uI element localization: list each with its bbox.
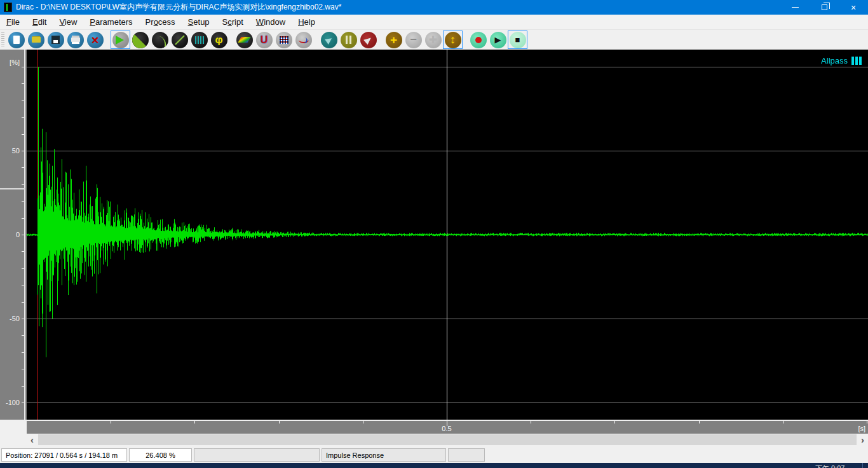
waveform-plot[interactable] — [27, 50, 868, 420]
status-panel-4 — [448, 448, 485, 462]
cursor-tool-icon — [321, 32, 337, 48]
menu-help[interactable]: Help — [292, 15, 322, 29]
toolbar-pan-button[interactable] — [423, 31, 443, 49]
y-axis-tick — [22, 403, 24, 403]
toolbar-play-button[interactable] — [488, 31, 508, 49]
toolbar-decay-wedge-button[interactable] — [130, 31, 150, 49]
y-axis-tick — [22, 100, 24, 101]
toolbar-magnet-button[interactable] — [254, 31, 274, 49]
menu-window[interactable]: Window — [250, 15, 292, 29]
toolbar-cursor-tool-button[interactable] — [319, 31, 339, 49]
scroll-right-arrow[interactable]: › — [857, 434, 868, 445]
toolbar-zoom-out-button[interactable] — [403, 31, 423, 49]
toolbar-waterfall-button[interactable] — [234, 31, 254, 49]
toolbar-close-button[interactable] — [85, 31, 105, 49]
x-axis-tick — [111, 421, 111, 423]
y-axis-tick — [22, 167, 24, 168]
close-button[interactable]: × — [839, 0, 868, 15]
window-controls: × — [780, 0, 868, 15]
toolbar-print-button[interactable] — [65, 31, 85, 49]
y-axis-tick — [22, 335, 24, 336]
etc-curve-icon — [152, 32, 168, 48]
status-panel-3: Impulse Response — [322, 448, 446, 462]
y-axis-tick — [22, 352, 24, 353]
toolbar-save-button[interactable] — [46, 31, 65, 49]
spectrum-icon — [191, 32, 208, 48]
x-axis-tick — [699, 421, 700, 423]
y-axis-tick — [22, 285, 24, 286]
y-axis-label-0: 0 — [16, 231, 20, 238]
menu-setup[interactable]: Setup — [182, 15, 216, 29]
toolbar-table-button[interactable] — [274, 31, 294, 49]
x-axis-tick — [867, 421, 867, 423]
toolbar-new-button[interactable] — [6, 31, 26, 49]
scroll-left-arrow[interactable]: ‹ — [27, 434, 37, 445]
close-icon — [87, 32, 104, 48]
y-axis-splitter[interactable] — [0, 188, 25, 189]
menu-view[interactable]: View — [53, 15, 83, 29]
zoom-vert-icon — [445, 32, 461, 48]
taskbar-clock[interactable]: 下午 0:07 — [815, 464, 844, 468]
toolbar-grip[interactable] — [1, 32, 4, 48]
window-tool-icon — [341, 32, 357, 48]
menu-script[interactable]: Script — [216, 15, 250, 29]
toolbar-schroeder-button[interactable] — [170, 31, 189, 49]
decay-wedge-icon — [132, 32, 149, 48]
y-axis-tick — [22, 268, 24, 269]
y-axis-tick — [22, 235, 24, 235]
y-axis-tick — [22, 151, 24, 151]
print-icon — [67, 32, 84, 48]
magnet-icon — [256, 32, 273, 48]
taskbar-sliver: 下午 0:07 — [0, 463, 868, 468]
y-axis-label--100: -100 — [6, 399, 20, 406]
menu-parameters[interactable]: Parameters — [83, 15, 139, 29]
toolbar-freq-button[interactable] — [294, 31, 313, 49]
x-axis-tick — [783, 421, 783, 423]
y-axis-tick — [22, 201, 24, 202]
allpass-indicator[interactable]: Allpass — [821, 56, 862, 65]
y-axis-label--50: -50 — [10, 315, 20, 322]
y-axis-unit: [%] — [10, 59, 20, 66]
y-axis-tick — [22, 134, 24, 135]
minimize-button[interactable] — [780, 0, 810, 15]
open-icon — [28, 32, 44, 48]
toolbar-open-button[interactable] — [26, 31, 46, 49]
freq-icon — [295, 32, 312, 48]
restore-button[interactable] — [810, 0, 839, 15]
time-axis: 0.5 [s] — [0, 420, 868, 434]
menu-edit[interactable]: Edit — [26, 15, 53, 29]
menu-file[interactable]: File — [0, 15, 26, 29]
allpass-label: Allpass — [821, 56, 848, 65]
toolbar-phase-button[interactable] — [209, 31, 229, 49]
toolbar-zoom-in-button[interactable] — [384, 31, 403, 49]
menu-bar: FileEditViewParametersProcessSetupScript… — [0, 15, 868, 30]
toolbar-record-button[interactable] — [468, 31, 488, 49]
y-axis-label-50: 50 — [12, 147, 20, 155]
table-icon — [276, 32, 292, 48]
x-axis-tick — [531, 421, 531, 423]
record-icon — [470, 32, 487, 48]
taskbar-separator — [862, 463, 863, 468]
toolbar-stop-button[interactable] — [508, 31, 527, 49]
y-axis-tick — [22, 83, 24, 84]
toolbar-marker-tool-button[interactable] — [358, 31, 378, 49]
status-panel-2 — [194, 448, 320, 462]
menu-process[interactable]: Process — [139, 15, 182, 29]
y-axis: [%] 500-50-100 — [0, 50, 25, 420]
toolbar-zoom-vert-button[interactable] — [443, 31, 463, 49]
y-axis-tick — [22, 184, 24, 185]
plot-region: [%] 500-50-100 Allpass — [0, 50, 868, 420]
waterfall-icon — [236, 32, 253, 48]
toolbar-spectrum-button[interactable] — [189, 31, 209, 49]
restore-icon — [822, 4, 827, 10]
filter-bars-icon — [851, 57, 862, 65]
impulse-icon — [112, 32, 129, 48]
toolbar-etc-curve-button[interactable] — [150, 31, 170, 49]
toolbar-window-tool-button[interactable] — [339, 31, 358, 49]
scrollbar-track[interactable] — [38, 434, 857, 445]
y-axis-tick — [22, 302, 24, 303]
toolbar-impulse-button[interactable] — [111, 31, 130, 49]
x-axis-tick — [447, 421, 447, 426]
new-icon — [8, 32, 25, 48]
y-axis-tick — [22, 218, 24, 219]
